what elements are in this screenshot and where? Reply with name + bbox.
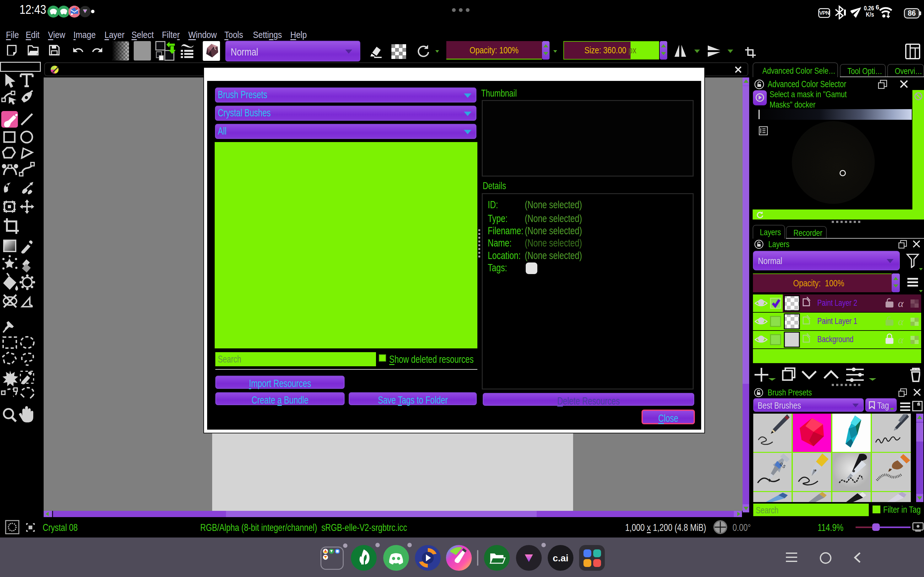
svg-text:α: α [898, 316, 904, 327]
svg-text:α: α [898, 334, 904, 346]
svg-text:α: α [898, 298, 904, 309]
svg-text:c.ai: c.ai [553, 553, 569, 563]
